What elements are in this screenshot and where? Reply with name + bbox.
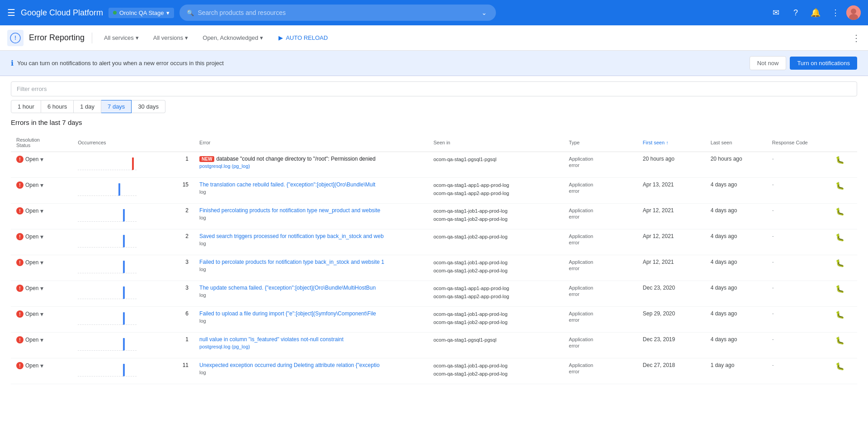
last-seen-cell: 1 day ago bbox=[705, 358, 767, 384]
status-label: Open bbox=[25, 285, 38, 291]
not-now-button[interactable]: Not now bbox=[750, 56, 787, 70]
status-dropdown-icon[interactable]: ▾ bbox=[40, 233, 43, 240]
error-description-cell: Failed to percolate products for notific… bbox=[194, 255, 428, 281]
last-seen-date: 4 days ago bbox=[711, 181, 737, 188]
error-title[interactable]: Finished percolating products for notifi… bbox=[199, 207, 423, 214]
seen-in-cell: ocom-qa-stag1-job2-app-prod-log bbox=[428, 229, 564, 255]
table-row: ! Open ▾ 1 NEWdatabase "could not change… bbox=[11, 152, 857, 178]
response-code-cell: - bbox=[767, 333, 830, 358]
status-dropdown-icon[interactable]: ▾ bbox=[40, 259, 43, 266]
error-status-badge: ! bbox=[16, 336, 24, 343]
versions-filter[interactable]: All versions ▾ bbox=[149, 32, 193, 44]
time-tab-1-day[interactable]: 1 day bbox=[74, 100, 101, 113]
play-icon: ▶ bbox=[278, 34, 283, 41]
seen-in-item: ocom-qa-stag1-app1-app-prod-log bbox=[434, 285, 558, 293]
status-label: Open bbox=[25, 362, 38, 369]
status-dropdown-icon[interactable]: ▾ bbox=[40, 156, 43, 163]
services-filter[interactable]: All services ▾ bbox=[99, 32, 143, 44]
error-title[interactable]: null value in column "is_featured" viola… bbox=[199, 336, 423, 343]
error-type-cell: Applicationerror bbox=[563, 358, 637, 384]
seen-in-cell: ocom-qa-stag1-job1-app-prod-logocom-qa-s… bbox=[428, 204, 564, 229]
response-code-value: - bbox=[772, 336, 774, 343]
column-header-actions bbox=[830, 133, 857, 152]
error-title[interactable]: The translation cache rebuild failed. {"… bbox=[199, 181, 423, 188]
error-type-label: Applicationerror bbox=[569, 233, 593, 245]
column-header-count bbox=[171, 133, 194, 152]
search-input[interactable] bbox=[198, 9, 476, 16]
error-title[interactable]: Failed to upload a file during import {"… bbox=[199, 310, 423, 317]
turn-on-notifications-button[interactable]: Turn on notifications bbox=[790, 57, 857, 70]
column-header-first-seen[interactable]: First seen ↑ bbox=[637, 133, 705, 152]
sparkline-bar bbox=[123, 261, 125, 273]
bug-icon[interactable]: 🐛 bbox=[835, 156, 844, 164]
top-navigation: ☰ Google Cloud Platform OroInc QA Stage … bbox=[0, 0, 868, 25]
status-dropdown-icon[interactable]: ▾ bbox=[40, 181, 43, 189]
sparkline-bar bbox=[123, 364, 125, 376]
sparkline-baseline bbox=[78, 195, 137, 196]
bug-icon[interactable]: 🐛 bbox=[835, 182, 844, 190]
occurrence-count: 1 bbox=[171, 333, 194, 358]
user-avatar[interactable] bbox=[846, 5, 861, 20]
seen-in-item: ocom-qa-stag1-job1-app-prod-log bbox=[434, 362, 558, 370]
notifications-button[interactable]: 🔔 bbox=[807, 4, 825, 22]
sub-nav-more-button[interactable]: ⋮ bbox=[852, 33, 861, 43]
search-bar[interactable]: 🔍 ⌄ bbox=[179, 5, 496, 21]
first-seen-date: Sep 29, 2020 bbox=[643, 310, 675, 317]
status-dropdown-icon[interactable]: ▾ bbox=[40, 336, 43, 343]
error-title[interactable]: The update schema failed. {"exception":[… bbox=[199, 285, 423, 291]
bug-icon[interactable]: 🐛 bbox=[835, 259, 844, 267]
occurrences-sparkline bbox=[72, 229, 171, 255]
time-tab-7-days[interactable]: 7 days bbox=[101, 100, 132, 113]
time-tab-6-hours[interactable]: 6 hours bbox=[41, 100, 74, 113]
sparkline-baseline bbox=[78, 350, 137, 351]
error-title[interactable]: Failed to percolate products for notific… bbox=[199, 259, 423, 265]
new-badge: NEW bbox=[199, 156, 214, 162]
time-tab-30-days[interactable]: 30 days bbox=[132, 100, 165, 113]
error-type-label: Applicationerror bbox=[569, 285, 593, 297]
error-type-label: Applicationerror bbox=[569, 208, 593, 219]
error-type-cell: Applicationerror bbox=[563, 255, 637, 281]
error-description-cell: null value in column "is_featured" viola… bbox=[194, 333, 428, 358]
filter-bar[interactable]: Filter errors bbox=[11, 81, 857, 96]
status-dropdown-icon[interactable]: ▾ bbox=[40, 362, 43, 369]
status-dropdown-icon[interactable]: ▾ bbox=[40, 310, 43, 318]
occurrences-sparkline bbox=[72, 307, 171, 333]
status-dropdown-icon[interactable]: ▾ bbox=[40, 207, 43, 214]
bug-icon[interactable]: 🐛 bbox=[835, 208, 844, 215]
error-source[interactable]: postgresql.log (pg_log) bbox=[199, 344, 250, 349]
expand-search-icon[interactable]: ⌄ bbox=[480, 7, 489, 18]
seen-in-item: ocom-qa-stag1-job2-app-prod-log bbox=[434, 319, 558, 327]
status-dropdown-icon[interactable]: ▾ bbox=[40, 285, 43, 292]
auto-reload-button[interactable]: ▶ AUTO RELOAD bbox=[273, 32, 333, 44]
error-title[interactable]: Saved search triggers processed for noti… bbox=[199, 233, 423, 239]
last-seen-cell: 4 days ago bbox=[705, 255, 767, 281]
page-title: Error Reporting bbox=[29, 33, 85, 43]
seen-in-item: ocom-qa-stag1-app2-app-prod-log bbox=[434, 293, 558, 301]
column-header-type: Type bbox=[563, 133, 637, 152]
status-filter[interactable]: Open, Acknowledged ▾ bbox=[198, 32, 268, 44]
bug-icon[interactable]: 🐛 bbox=[835, 362, 844, 370]
bug-icon[interactable]: 🐛 bbox=[835, 311, 844, 319]
bug-icon[interactable]: 🐛 bbox=[835, 233, 844, 241]
more-options-button[interactable]: ⋮ bbox=[826, 4, 844, 22]
error-title[interactable]: NEWdatabase "could not change directory … bbox=[199, 156, 423, 162]
first-seen-date: Apr 12, 2021 bbox=[643, 259, 674, 265]
sparkline-bar bbox=[132, 157, 134, 170]
sparkline-bar bbox=[123, 338, 125, 351]
status-label: Open bbox=[25, 156, 38, 162]
first-seen-date: Apr 12, 2021 bbox=[643, 207, 674, 214]
hamburger-icon[interactable]: ☰ bbox=[7, 7, 15, 18]
error-source: log bbox=[199, 370, 206, 375]
bug-icon[interactable]: 🐛 bbox=[835, 285, 844, 293]
table-header: ResolutionStatus Occurrences Error Seen … bbox=[11, 133, 857, 152]
error-title[interactable]: Unexpected exception occurred during Del… bbox=[199, 362, 423, 368]
bug-icon[interactable]: 🐛 bbox=[835, 337, 844, 344]
last-seen-cell: 4 days ago bbox=[705, 307, 767, 333]
sparkline-baseline bbox=[78, 221, 137, 222]
project-selector[interactable]: OroInc QA Stage ▾ bbox=[108, 8, 174, 18]
error-source[interactable]: postgresql.log (pg_log) bbox=[199, 163, 250, 169]
first-seen-cell: 20 hours ago bbox=[637, 152, 705, 178]
help-button[interactable]: ? bbox=[787, 4, 805, 22]
time-tab-1-hour[interactable]: 1 hour bbox=[11, 100, 41, 113]
email-button[interactable]: ✉ bbox=[767, 4, 785, 22]
